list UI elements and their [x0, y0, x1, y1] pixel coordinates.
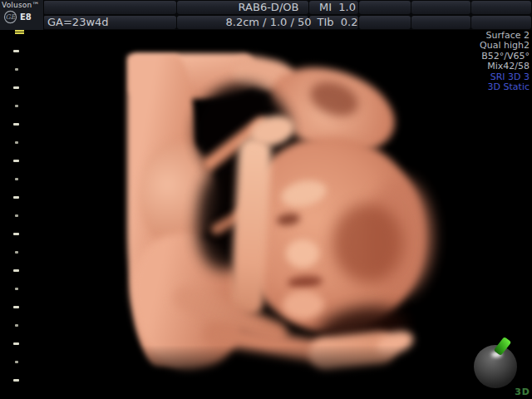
render-shape-nose	[286, 239, 319, 268]
render-shape-bottom-fade	[125, 345, 457, 399]
param-line: Qual high2	[480, 41, 530, 51]
ultrasound-screen: Voluson™ GE E8 GA=23w4d RAB6-D/OB MI 1.0…	[0, 0, 532, 399]
ultrasound-3d-render	[0, 0, 532, 399]
mode-indicator: 3D	[515, 387, 530, 397]
render-shape-face-shadow	[332, 204, 403, 283]
param-line: Mix42/58	[480, 62, 530, 71]
render-shape-chin	[283, 291, 324, 319]
param-line-mode: 3D Static	[480, 82, 530, 92]
render-parameter-list: Surface 2 Qual high2 B52°/V65° Mix42/58 …	[480, 31, 530, 92]
